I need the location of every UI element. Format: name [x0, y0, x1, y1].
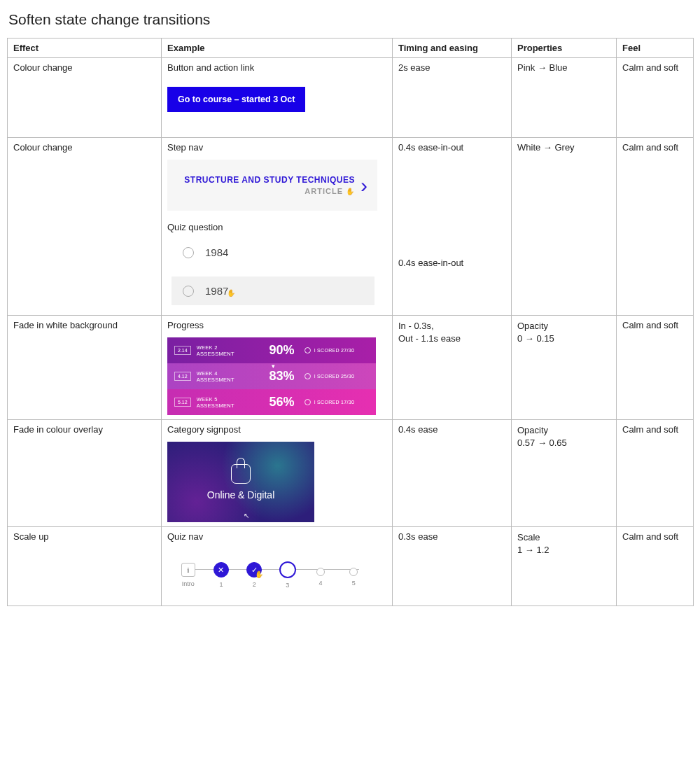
example-label: Quiz question [167, 222, 386, 232]
example-label: Progress [167, 320, 386, 330]
col-effect: Effect [8, 38, 162, 58]
quiz-option[interactable]: 1984 [172, 238, 374, 267]
progress-percent: 90% [256, 343, 295, 358]
effect-cell: Scale up [8, 527, 162, 606]
timing-value: 0.4s ease-in-out [398, 258, 505, 268]
chevron-right-icon: › [360, 179, 368, 192]
example-label: Quiz nav [167, 531, 386, 542]
table-row: Colour change Step nav STRUCTURE AND STU… [8, 138, 694, 316]
col-timing: Timing and easing [393, 38, 512, 58]
progress-index: 2.14 [174, 346, 191, 355]
quiz-nav-item[interactable]: ✕ 1 [204, 562, 237, 588]
table-header-row: Effect Example Timing and easing Propert… [8, 38, 694, 58]
go-to-course-button[interactable]: Go to course – started 3 Oct [167, 87, 305, 112]
category-signpost[interactable]: Online & Digital ↖ [167, 442, 314, 522]
quiz-nav: i Intro ✕ 1 ✓ ✋ 2 3 [167, 561, 370, 589]
col-example: Example [162, 38, 393, 58]
progress-scored: I SCORED 27/30 [304, 347, 355, 354]
example-label: Category signpost [167, 424, 386, 435]
cursor-icon: ↖ [244, 512, 249, 519]
progress-index: 4.12 [174, 372, 191, 381]
example-label: Button and action link [167, 62, 386, 73]
quiz-option-label: 1987 [205, 285, 228, 297]
quiz-nav-item[interactable]: 5 [337, 564, 370, 587]
step-nav[interactable]: STRUCTURE AND STUDY TECHNIQUES ARTICLE✋ … [167, 160, 377, 211]
cursor-icon: ✋ [255, 570, 263, 578]
radio-icon [183, 286, 194, 297]
progress-row[interactable]: ▾ 4.12 WEEK 4 ASSESSMENT 83% I SCORED 25… [167, 363, 376, 389]
page-title: Soften state change transitions [8, 11, 693, 28]
effect-cell: Fade in colour overlay [8, 420, 162, 527]
progress-percent: 83% [256, 369, 295, 384]
table-row: Fade in colour overlay Category signpost… [8, 420, 694, 527]
feel-cell: Calm and soft [617, 138, 694, 316]
effect-cell: Colour change [8, 58, 162, 138]
progress-name: WEEK 4 ASSESSMENT [197, 370, 256, 383]
timing-cell: In - 0.3s,Out - 1.1s ease [393, 316, 512, 420]
ring-icon [304, 399, 311, 405]
quiz-option-label: 1984 [205, 246, 228, 258]
progress-name: WEEK 2 ASSESSMENT [197, 344, 256, 357]
progress-name: WEEK 5 ASSESSMENT [197, 396, 256, 409]
properties-cell: White → Grey [512, 138, 617, 316]
quiz-nav-label: 5 [337, 580, 370, 587]
step-nav-subtitle: ARTICLE✋ [184, 187, 355, 195]
tap-icon [231, 464, 251, 484]
effect-cell: Colour change [8, 138, 162, 316]
cursor-icon: ✋ [227, 289, 235, 297]
col-feel: Feel [617, 38, 694, 58]
properties-cell: Opacity0 → 0.15 [512, 316, 617, 420]
cursor-icon: ▾ [272, 363, 275, 370]
feel-cell: Calm and soft [617, 316, 694, 420]
col-props: Properties [512, 38, 617, 58]
properties-cell: Pink → Blue [512, 58, 617, 138]
timing-cell: 0.4s ease [393, 420, 512, 527]
table-row: Scale up Quiz nav i Intro ✕ 1 ✓ ✋ [8, 527, 694, 606]
progress-index: 5.12 [174, 398, 191, 407]
progress-percent: 56% [256, 395, 295, 410]
table-row: Colour change Button and action link Go … [8, 58, 694, 138]
example-cell: Step nav STRUCTURE AND STUDY TECHNIQUES … [162, 138, 393, 316]
timing-cell: 2s ease [393, 58, 512, 138]
cross-icon: ✕ [214, 562, 229, 578]
circle-icon [279, 561, 296, 578]
info-icon: i [181, 563, 195, 577]
progress-scored: I SCORED 17/30 [304, 399, 355, 405]
progress-scored: I SCORED 25/30 [304, 373, 355, 379]
feel-cell: Calm and soft [617, 527, 694, 606]
properties-cell: Opacity0.57 → 0.65 [512, 420, 617, 527]
circle-icon [316, 568, 325, 576]
quiz-nav-label: 1 [204, 581, 237, 588]
timing-cell: 0.4s ease-in-out 0.4s ease-in-out [393, 138, 512, 316]
quiz-nav-item[interactable]: 3 [271, 561, 304, 589]
example-cell: Category signpost Online & Digital ↖ [162, 420, 393, 527]
quiz-nav-item-intro[interactable]: i Intro [172, 563, 204, 587]
feel-cell: Calm and soft [617, 58, 694, 138]
progress-widget: 2.14 WEEK 2 ASSESSMENT 90% I SCORED 27/3… [167, 337, 376, 415]
example-cell: Quiz nav i Intro ✕ 1 ✓ ✋ 2 [162, 527, 393, 606]
properties-cell: Scale1 → 1.2 [512, 527, 617, 606]
quiz-nav-item[interactable]: 4 [304, 564, 337, 587]
example-label: Step nav [167, 142, 386, 153]
signpost-label: Online & Digital [207, 489, 275, 500]
progress-row[interactable]: 2.14 WEEK 2 ASSESSMENT 90% I SCORED 27/3… [167, 337, 376, 363]
table-row: Fade in white background Progress 2.14 W… [8, 316, 694, 420]
circle-icon [349, 568, 358, 576]
step-nav-title: STRUCTURE AND STUDY TECHNIQUES [184, 175, 355, 185]
quiz-nav-label: Intro [172, 580, 204, 587]
quiz-nav-item[interactable]: ✓ ✋ 2 [238, 562, 271, 588]
transitions-table: Effect Example Timing and easing Propert… [7, 38, 694, 606]
ring-icon [304, 347, 311, 354]
quiz-nav-label: 4 [304, 580, 337, 587]
quiz-nav-label: 2 [238, 581, 271, 588]
effect-cell: Fade in white background [8, 316, 162, 420]
example-cell: Button and action link Go to course – st… [162, 58, 393, 138]
timing-value: 0.4s ease-in-out [398, 142, 505, 153]
progress-row[interactable]: 5.12 WEEK 5 ASSESSMENT 56% I SCORED 17/3… [167, 389, 376, 415]
timing-cell: 0.3s ease [393, 527, 512, 606]
example-cell: Progress 2.14 WEEK 2 ASSESSMENT 90% I SC… [162, 316, 393, 420]
radio-icon [183, 247, 194, 258]
quiz-option[interactable]: 1987 ✋ [172, 276, 374, 305]
ring-icon [304, 373, 311, 379]
quiz-nav-label: 3 [271, 582, 304, 589]
